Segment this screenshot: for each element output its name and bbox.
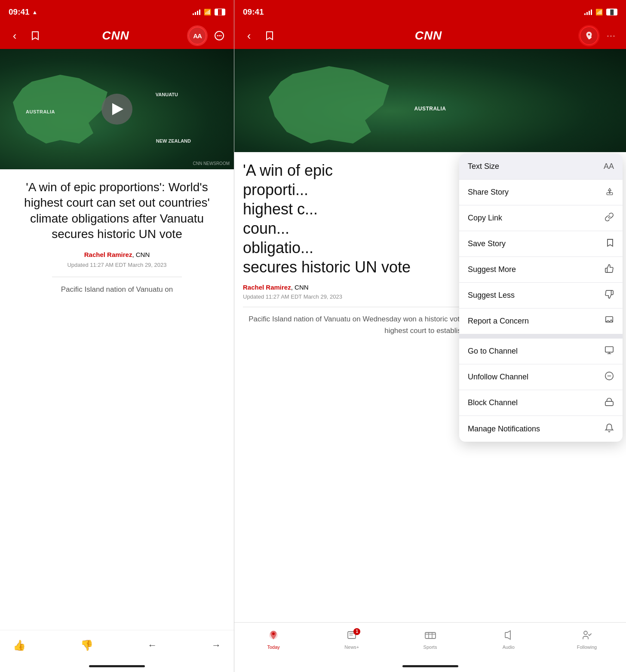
forward-button[interactable]: → (212, 640, 221, 651)
text-size-menu-label: Text Size (468, 162, 499, 171)
tab-audio[interactable]: Audio (470, 623, 548, 653)
save-story-menu-item[interactable]: Save Story (459, 231, 623, 257)
back-button[interactable]: ← (147, 640, 157, 651)
location-icon: ▲ (32, 9, 38, 15)
right-phone: 09:41 📶 ▐▌ ‹ CNN ··· (234, 0, 626, 672)
text-size-menu-item[interactable]: Text Size AA (459, 154, 623, 180)
go-to-channel-icon (605, 345, 614, 357)
manage-notifications-menu-item[interactable]: Manage Notifications (459, 416, 623, 442)
left-article-date: Updated 11:27 AM EDT March 29, 2023 (9, 262, 225, 268)
left-cnn-logo: CNN (48, 29, 183, 43)
right-status-bar: 09:41 📶 ▐▌ (234, 0, 626, 22)
left-nav-bar: ‹ CNN AA (0, 22, 234, 49)
following-icon (582, 630, 592, 643)
left-article-author: Rachel Ramirez (84, 251, 132, 258)
left-text-size-button[interactable]: AA (188, 27, 206, 45)
copy-link-icon (605, 212, 614, 224)
tab-sports[interactable]: Sports (391, 623, 469, 653)
news-plus-badge: 1 (353, 628, 360, 635)
right-nav-bar: ‹ CNN ··· (234, 22, 626, 49)
right-bookmark-button[interactable] (262, 28, 277, 43)
news-plus-icon: 1 (347, 630, 357, 643)
right-map-bg: AUSTRALIA (234, 49, 626, 152)
left-article-preview: Pacific Island nation of Vanuatu on (9, 284, 225, 295)
block-channel-icon (605, 397, 614, 409)
left-back-button[interactable]: ‹ (7, 28, 22, 43)
svg-point-10 (272, 632, 275, 635)
tab-today[interactable]: Today (234, 623, 313, 653)
right-australia-label: AUSTRALIA (414, 106, 446, 112)
left-home-indicator (0, 660, 234, 672)
right-article-author: Rachel Ramirez (243, 284, 291, 291)
suggest-more-label: Suggest More (468, 265, 516, 274)
left-more-button[interactable] (212, 28, 227, 43)
svg-point-13 (584, 631, 587, 635)
signal-icon (193, 9, 200, 15)
today-label: Today (267, 645, 279, 650)
right-wifi-icon: 📶 (595, 9, 603, 15)
unfollow-channel-label: Unfollow Channel (468, 373, 528, 382)
audio-label: Audio (503, 645, 515, 650)
left-home-indicator-bar (89, 665, 145, 667)
right-personalize-button[interactable] (580, 26, 598, 45)
manage-notifications-icon (605, 423, 614, 435)
svg-point-2 (219, 35, 220, 37)
right-tab-bar: Today 1 News+ Sports Audio Follo (234, 622, 626, 660)
block-channel-menu-item[interactable]: Block Channel (459, 390, 623, 416)
save-story-icon (606, 238, 614, 250)
right-back-button[interactable]: ‹ (241, 28, 257, 43)
share-story-label: Share Story (468, 188, 509, 197)
svg-point-1 (217, 35, 218, 37)
audio-icon (503, 630, 514, 643)
tab-news-plus[interactable]: 1 News+ (313, 623, 391, 653)
news-plus-label: News+ (344, 645, 359, 650)
nz-label: NEW ZEALAND (156, 138, 191, 144)
right-article-org: , CNN (291, 284, 309, 291)
battery-icon: ▐▌ (215, 9, 225, 15)
share-story-menu-item[interactable]: Share Story (459, 180, 623, 205)
sports-label: Sports (423, 645, 437, 650)
left-article-headline: 'A win of epic proportions': World's hig… (9, 180, 225, 242)
thumbs-up-button[interactable]: 👍 (13, 639, 26, 651)
today-icon (268, 630, 279, 643)
report-concern-menu-item[interactable]: Report a Concern (459, 309, 623, 334)
left-article-divider (52, 277, 182, 277)
vanuatu-label: VANUATU (156, 92, 178, 97)
left-article-content: 'A win of epic proportions': World's hig… (0, 169, 234, 630)
text-size-menu-value: AA (604, 162, 614, 171)
suggest-less-icon (605, 290, 614, 301)
go-to-channel-label: Go to Channel (468, 347, 518, 356)
unfollow-channel-menu-item[interactable]: Unfollow Channel (459, 364, 623, 390)
copy-link-menu-item[interactable]: Copy Link (459, 205, 623, 231)
left-map-area: AUSTRALIA VANUATU NEW ZEALAND CNN NEWSRO… (0, 49, 234, 169)
tab-following[interactable]: Following (548, 623, 626, 653)
sports-icon (425, 630, 436, 643)
right-home-indicator-bar (402, 665, 458, 667)
report-concern-icon (605, 315, 614, 327)
wifi-icon: 📶 (204, 9, 211, 15)
suggest-more-menu-item[interactable]: Suggest More (459, 257, 623, 283)
suggest-more-icon (605, 264, 614, 275)
go-to-channel-menu-item[interactable]: Go to Channel (459, 339, 623, 364)
left-time: 09:41 ▲ (9, 7, 37, 17)
right-australia-landmass (269, 66, 389, 144)
right-content-area: 'A win of epicproporti...highest c...cou… (234, 152, 626, 622)
dropdown-menu: Text Size AA Share Story Copy Link Save … (459, 154, 623, 442)
thumbs-down-button[interactable]: 👎 (80, 639, 93, 651)
copy-link-label: Copy Link (468, 214, 502, 223)
left-status-bar: 09:41 ▲ 📶 ▐▌ (0, 0, 234, 22)
right-more-button[interactable]: ··· (604, 28, 619, 43)
manage-notifications-label: Manage Notifications (468, 425, 540, 434)
left-bookmark-button[interactable] (28, 28, 43, 43)
unfollow-channel-icon (605, 371, 614, 383)
left-phone: 09:41 ▲ 📶 ▐▌ ‹ CNN AA (0, 0, 234, 672)
play-button[interactable] (101, 94, 132, 125)
right-signal-icon (584, 9, 592, 15)
svg-point-3 (221, 35, 222, 37)
suggest-less-menu-item[interactable]: Suggest Less (459, 283, 623, 309)
following-label: Following (577, 645, 597, 650)
right-home-indicator (234, 660, 626, 672)
play-icon (112, 103, 123, 115)
right-cnn-logo: CNN (282, 29, 574, 43)
right-battery-icon: ▐▌ (606, 9, 617, 15)
